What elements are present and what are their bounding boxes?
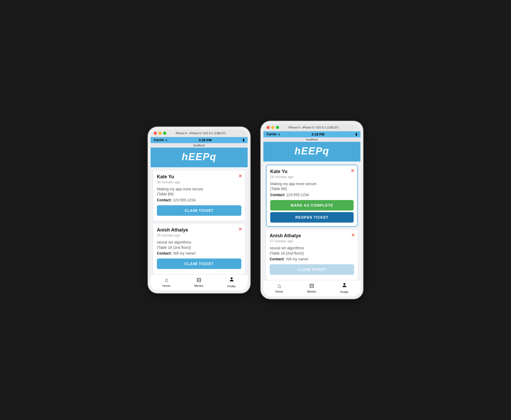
battery-icon-right: ▮: [355, 132, 357, 136]
tab-mentor-left[interactable]: ⊟ Mentor: [194, 277, 203, 288]
profile-icon-left: [229, 277, 235, 284]
mac-close-right[interactable]: [267, 126, 270, 129]
ticket-contact-right-1: Contact: 123-555-1234: [270, 193, 354, 197]
ticket-contact-right-2: Contact: Yell my name!: [270, 257, 354, 261]
ticket-time-right-1: 28 minutes ago: [270, 175, 354, 179]
phone-right: iPhone 6 - iPhone 6 / iOS 9.1 (13B137) C…: [261, 121, 363, 299]
carrier-text-right: Carrier: [267, 132, 277, 136]
ticket-name-left-2: Anish Athalye: [157, 227, 241, 233]
ticket-card-left-2: ✕ Anish Athalye 35 minutes ago neural ne…: [153, 224, 245, 274]
statusbar-time-left: 3:26 PM: [199, 138, 212, 142]
ticket-time-right-2: 27 minutes ago: [270, 239, 354, 243]
tab-profile-label-right: Profile: [340, 290, 348, 294]
url-bar-right: localhost: [263, 137, 360, 142]
complete-button-right-1[interactable]: MARK AS COMPLETE: [270, 200, 354, 211]
app-logo-left: hEEPq: [151, 151, 248, 163]
statusbar-time-right: 3:19 PM: [312, 132, 324, 136]
tab-mentor-right[interactable]: ⊟ Mentor: [307, 282, 316, 294]
ticket-card-right-2: ✕ Anish Athalye 27 minutes ago neural ne…: [266, 229, 358, 280]
claim-button-left-1[interactable]: CLAIM TICKET: [157, 205, 241, 216]
mac-title-left: iPhone 6 - iPhone 6 / iOS 9.1 (13B137): [157, 132, 244, 135]
ticket-desc-left-1: Making my app more secure(Table B9): [157, 187, 241, 197]
ticket-desc-left-2: neural net algorithms(Table 18 (2nd floo…: [157, 240, 241, 250]
ticket-close-left-1[interactable]: ✕: [238, 174, 242, 179]
wifi-icon-left: ⌅: [165, 138, 168, 142]
mac-close-left[interactable]: [154, 132, 157, 135]
ticket-close-right-1[interactable]: ✕: [351, 168, 354, 173]
statusbar-right-left: ▮: [243, 138, 244, 142]
app-content-left: ✕ Kate Yu 36 minutes ago Making my app m…: [151, 167, 248, 274]
ticket-name-left-1: Kate Yu: [157, 174, 241, 180]
svg-point-1: [343, 283, 345, 285]
ios-statusbar-right: Carrier ⌅ 3:19 PM ▮: [263, 131, 360, 137]
ticket-time-left-2: 35 minutes ago: [157, 233, 241, 237]
statusbar-battery-right: ▮: [355, 132, 357, 136]
tab-mentor-label-left: Mentor: [194, 284, 203, 287]
svg-point-0: [231, 277, 232, 279]
ticket-card-right-1: ✕ Kate Yu 28 minutes ago Making my app m…: [266, 165, 358, 227]
mac-titlebar-left: iPhone 6 - iPhone 6 / iOS 9.1 (13B137): [151, 130, 248, 137]
ticket-desc-right-1: Making my app more secure(Table B9): [270, 181, 354, 192]
profile-icon-right: [342, 282, 347, 290]
mentor-icon-right: ⊟: [309, 282, 314, 289]
statusbar-left-carrier: Carrier ⌅: [154, 138, 168, 142]
tab-home-label-right: Home: [275, 290, 283, 293]
statusbar-right-carrier: Carrier ⌅: [267, 132, 280, 136]
ios-statusbar-left: Carrier ⌅ 3:26 PM ▮: [151, 137, 248, 143]
phone-left: iPhone 6 - iPhone 6 / iOS 9.1 (13B137) C…: [148, 127, 250, 293]
ticket-name-right-2: Anish Athalye: [270, 233, 354, 239]
claim-button-right-2[interactable]: CLAIM TICKET: [270, 264, 354, 275]
tab-home-left[interactable]: ⌂ Home: [163, 277, 170, 288]
ticket-desc-right-2: neural net algorithms(Table 18 (2nd floo…: [270, 246, 354, 256]
tab-bar-left: ⌂ Home ⊟ Mentor Profile: [151, 274, 248, 290]
ticket-name-right-1: Kate Yu: [270, 169, 354, 174]
claim-button-left-2[interactable]: CLAIM TICKET: [157, 259, 241, 269]
battery-icon-left: ▮: [243, 138, 244, 142]
url-bar-left: localhost: [151, 143, 248, 148]
reopen-button-right-1[interactable]: REOPEN TICKET: [270, 212, 354, 223]
tab-profile-right[interactable]: Profile: [340, 282, 348, 294]
carrier-text-left: Carrier: [154, 138, 164, 142]
ticket-close-right-2[interactable]: ✕: [351, 233, 355, 238]
home-icon-right: ⌂: [278, 282, 281, 289]
ticket-time-left-1: 36 minutes ago: [157, 180, 241, 184]
home-icon-left: ⌂: [165, 277, 168, 283]
tab-profile-label-left: Profile: [227, 285, 236, 288]
wifi-icon-right: ⌅: [278, 132, 280, 136]
app-header-left: hEEPq: [151, 148, 248, 167]
app-header-right: hEEPq: [263, 142, 360, 161]
ticket-card-left-1: ✕ Kate Yu 36 minutes ago Making my app m…: [153, 170, 245, 221]
ticket-contact-left-1: Contact: 123-555-1234: [157, 198, 241, 202]
mac-titlebar-right: iPhone 6 - iPhone 6 / iOS 9.1 (13B137): [263, 124, 360, 131]
url-text-right: localhost: [306, 138, 317, 141]
mentor-icon-left: ⊟: [196, 277, 201, 283]
tab-mentor-label-right: Mentor: [307, 290, 316, 293]
tab-profile-left[interactable]: Profile: [227, 277, 236, 288]
app-content-right: ✕ Kate Yu 28 minutes ago Making my app m…: [263, 161, 360, 280]
app-logo-right: hEEPq: [263, 146, 360, 157]
tab-home-right[interactable]: ⌂ Home: [275, 282, 283, 294]
ticket-close-left-2[interactable]: ✕: [238, 227, 242, 232]
mac-title-right: iPhone 6 - iPhone 6 / iOS 9.1 (13B137): [270, 126, 357, 129]
tab-home-label-left: Home: [163, 284, 170, 287]
tab-bar-right: ⌂ Home ⊟ Mentor Profile: [263, 280, 360, 296]
url-text-left: localhost: [193, 144, 205, 147]
ticket-contact-left-2: Contact: Yell my name!: [157, 251, 241, 255]
